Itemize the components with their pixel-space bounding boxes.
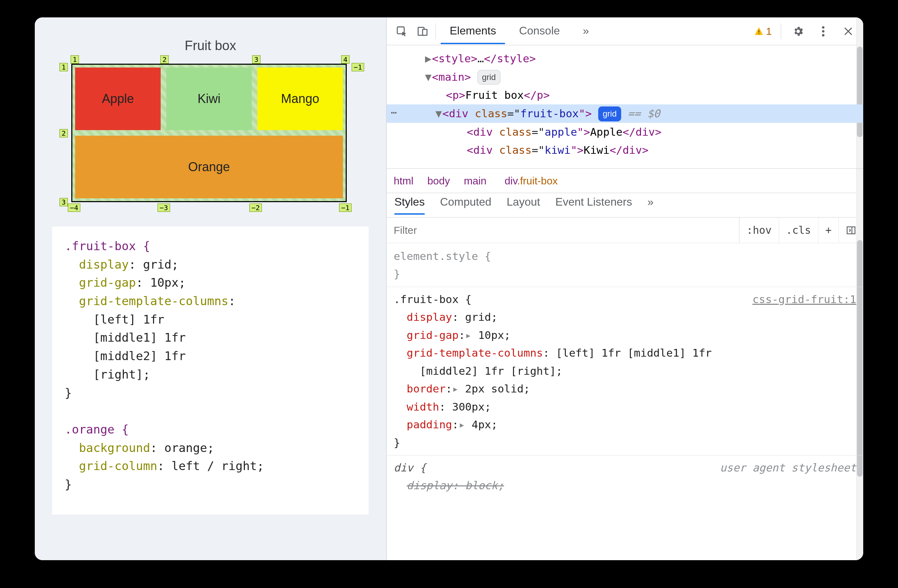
- css-val: [middle2] 1fr: [93, 349, 186, 363]
- prop[interactable]: grid-gap: [407, 329, 458, 341]
- subtab-more[interactable]: »: [647, 195, 654, 215]
- css-val: [middle1] 1fr: [93, 331, 186, 345]
- grid-badge[interactable]: grid: [478, 70, 500, 85]
- new-rule-button[interactable]: +: [818, 217, 839, 243]
- rule-source-link[interactable]: css-grid-fruit:1: [752, 291, 856, 308]
- crumb-body[interactable]: body: [427, 175, 450, 187]
- breadcrumb[interactable]: html body main div.fruit-box: [387, 169, 863, 193]
- gear-icon[interactable]: [790, 23, 806, 39]
- rule-selector[interactable]: .fruit-box {: [394, 293, 472, 305]
- gridline-bot-3: −2: [249, 203, 262, 212]
- tag: <p>: [446, 89, 465, 101]
- cell-apple[interactable]: Apple: [75, 68, 161, 130]
- kebab-menu-icon[interactable]: [815, 23, 831, 39]
- prop[interactable]: width: [407, 400, 439, 413]
- prop[interactable]: grid-template-columns: [407, 346, 543, 359]
- tab-console[interactable]: Console: [510, 18, 569, 44]
- dom-node-apple[interactable]: <div class="apple">Apple</div>: [404, 123, 863, 141]
- dom-node-main[interactable]: ▼<main> grid: [404, 68, 863, 86]
- val[interactable]: grid;: [465, 311, 497, 323]
- cell-mango[interactable]: Mango: [257, 68, 343, 130]
- crumb-fruitbox[interactable]: div.fruit-box: [500, 173, 562, 189]
- gridline-left-1: 1: [60, 63, 68, 71]
- css-val: orange;: [165, 441, 214, 455]
- dom-node-p[interactable]: <p>Fruit box</p>: [404, 86, 863, 105]
- eq0: == $0: [628, 107, 660, 120]
- css-val: left / right;: [171, 459, 264, 473]
- warning-badge[interactable]: 1: [754, 25, 772, 37]
- svg-point-6: [822, 30, 824, 32]
- expand-icon[interactable]: ▸: [459, 418, 465, 431]
- devtools-toolbar: Elements Console » 1: [387, 17, 863, 45]
- val[interactable]: 300px;: [452, 400, 491, 413]
- expand-icon[interactable]: ▸: [465, 329, 472, 341]
- gridline-right-1: −1: [352, 63, 364, 71]
- dom-node-style[interactable]: ▶<style>…</style>: [404, 49, 863, 68]
- crumb-html[interactable]: html: [394, 175, 414, 187]
- css-brace: }: [65, 477, 72, 491]
- fruit-box-grid[interactable]: Apple Kiwi Mango Orange: [71, 64, 347, 202]
- rule-divider: [387, 287, 863, 287]
- css-prop: grid-gap: [79, 276, 136, 289]
- crumb-main[interactable]: main: [464, 175, 487, 187]
- css-prop: grid-column: [79, 459, 157, 473]
- css-val: grid;: [143, 257, 178, 271]
- tab-more[interactable]: »: [574, 18, 598, 44]
- css-prop: grid-template-columns: [79, 294, 229, 308]
- device-toggle-icon[interactable]: [415, 23, 431, 39]
- tag: <style>: [432, 52, 478, 65]
- dom-node-fruitbox[interactable]: ▼<div class="fruit-box"> grid == $0: [387, 105, 863, 123]
- cell-orange[interactable]: Orange: [75, 136, 343, 198]
- gridline-top-4: 4: [341, 55, 349, 64]
- val[interactable]: 10px;: [478, 329, 511, 341]
- cls-toggle[interactable]: .cls: [779, 217, 818, 243]
- rule-divider: [387, 455, 863, 456]
- ua-selector[interactable]: div {: [394, 461, 426, 474]
- svg-point-5: [822, 26, 824, 29]
- source-css-editor[interactable]: .fruit-box { display: grid; grid-gap: 10…: [52, 226, 369, 514]
- styles-filter-input[interactable]: [387, 217, 740, 243]
- subtab-styles[interactable]: Styles: [394, 195, 424, 215]
- ua-prop-overridden[interactable]: display: block;: [407, 479, 504, 492]
- subtab-layout[interactable]: Layout: [507, 195, 540, 215]
- inspect-element-icon[interactable]: [394, 23, 410, 39]
- element-style-sel[interactable]: element.style {: [394, 250, 491, 262]
- separator: [781, 23, 781, 39]
- ellipsis: …: [478, 52, 484, 65]
- styles-subtabs: Styles Computed Layout Event Listeners »: [387, 193, 863, 217]
- page-title: Fruit box: [52, 38, 369, 53]
- tag: </p>: [524, 89, 550, 101]
- subtab-computed[interactable]: Computed: [440, 195, 491, 215]
- gridline-left-3: 3: [60, 198, 68, 206]
- val[interactable]: 4px;: [472, 418, 498, 431]
- expand-icon[interactable]: ▸: [452, 382, 459, 395]
- styles-filter-bar: :hov .cls +: [387, 217, 863, 243]
- gridline-top-3: 3: [252, 55, 260, 64]
- grid-overlay-preview: Apple Kiwi Mango Orange 1 2 3 4 1 2 3 −1…: [71, 64, 349, 202]
- svg-point-7: [822, 34, 824, 36]
- gridline-top-2: 2: [160, 55, 169, 64]
- dom-node-kiwi[interactable]: <div class="kiwi">Kiwi</div>: [404, 141, 863, 159]
- svg-rect-4: [758, 33, 759, 34]
- val[interactable]: [left] 1fr [middle1] 1fr: [556, 346, 712, 359]
- css-sel-1: .fruit-box {: [65, 239, 150, 253]
- val[interactable]: [middle2] 1fr [right];: [394, 365, 562, 377]
- dom-tree[interactable]: ▶<style>…</style> ▼<main> grid <p>Fruit …: [387, 45, 863, 169]
- ua-label: user agent stylesheet: [720, 459, 856, 477]
- grid-badge-active[interactable]: grid: [598, 106, 621, 122]
- prop[interactable]: border: [407, 382, 446, 395]
- devtools-window: Fruit box Apple Kiwi Mango Orange 1 2 3 …: [35, 17, 863, 560]
- css-prop: display: [79, 257, 129, 271]
- styles-pane[interactable]: element.style { } css-grid-fruit:1.fruit…: [387, 243, 863, 560]
- gridline-bot-2: −3: [158, 203, 170, 212]
- subtab-eventlisteners[interactable]: Event Listeners: [555, 195, 632, 215]
- cell-kiwi[interactable]: Kiwi: [166, 68, 252, 130]
- tab-elements[interactable]: Elements: [441, 18, 505, 44]
- val[interactable]: 2px solid;: [465, 382, 530, 395]
- prop[interactable]: padding: [407, 418, 452, 431]
- close-icon[interactable]: [840, 23, 856, 39]
- hov-toggle[interactable]: :hov: [740, 217, 779, 243]
- css-brace: }: [65, 386, 72, 400]
- gridline-top-1: 1: [71, 55, 79, 64]
- prop[interactable]: display: [407, 311, 452, 323]
